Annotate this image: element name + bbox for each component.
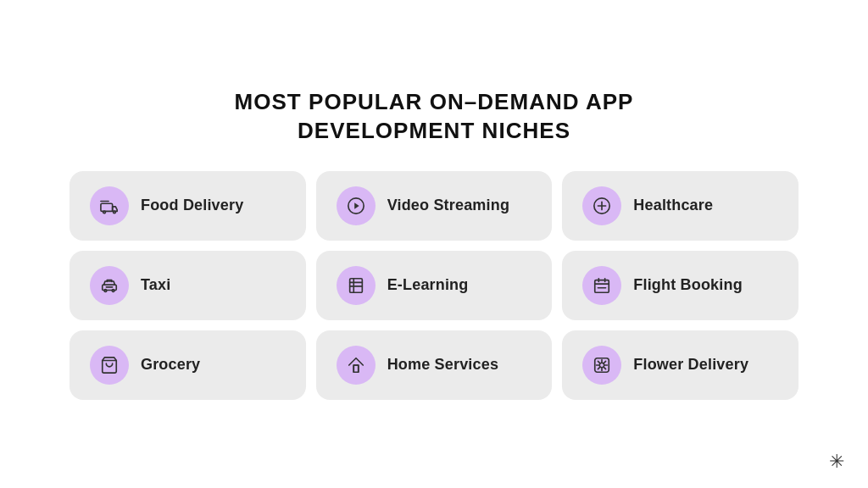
svg-rect-0: [101, 203, 113, 211]
niches-grid: Food DeliveryVideo StreamingHealthcareTa…: [70, 171, 798, 400]
taxi-icon: [90, 266, 129, 305]
book-icon: [337, 266, 376, 305]
card-taxi: Taxi: [70, 251, 306, 320]
card-label-flight-booking: Flight Booking: [633, 276, 743, 294]
svg-rect-16: [595, 280, 609, 292]
card-label-flower-delivery: Flower Delivery: [633, 356, 748, 374]
card-label-video-streaming: Video Streaming: [387, 197, 509, 214]
cross-icon: [582, 186, 621, 225]
card-label-taxi: Taxi: [141, 276, 170, 294]
card-healthcare: Healthcare: [562, 171, 798, 241]
card-label-food-delivery: Food Delivery: [141, 197, 243, 214]
card-grocery: Grocery: [70, 330, 306, 400]
svg-point-2: [114, 211, 116, 214]
cart-icon: [90, 346, 129, 385]
svg-marker-4: [354, 202, 359, 208]
flower-icon: [582, 346, 621, 385]
card-flower-delivery: Flower Delivery: [562, 330, 798, 400]
card-e-learning: E-Learning: [316, 251, 553, 320]
home-icon: [337, 346, 376, 385]
page-title: MOST POPULAR ON–DEMAND APP DEVELOPMENT N…: [235, 88, 634, 146]
card-label-e-learning: E-Learning: [387, 276, 469, 294]
play-icon: [337, 186, 376, 225]
card-flight-booking: Flight Booking: [562, 251, 798, 320]
calendar-icon: [582, 266, 621, 305]
card-video-streaming: Video Streaming: [316, 171, 553, 241]
card-label-home-services: Home Services: [387, 356, 498, 374]
card-food-delivery: Food Delivery: [70, 171, 306, 241]
svg-point-1: [103, 211, 106, 214]
card-label-healthcare: Healthcare: [633, 197, 713, 214]
card-home-services: Home Services: [316, 330, 553, 400]
svg-rect-12: [349, 279, 362, 293]
card-label-grocery: Grocery: [141, 356, 200, 374]
svg-rect-22: [353, 365, 359, 372]
asterisk-icon: ✳: [829, 451, 844, 473]
truck-icon: [90, 186, 129, 225]
